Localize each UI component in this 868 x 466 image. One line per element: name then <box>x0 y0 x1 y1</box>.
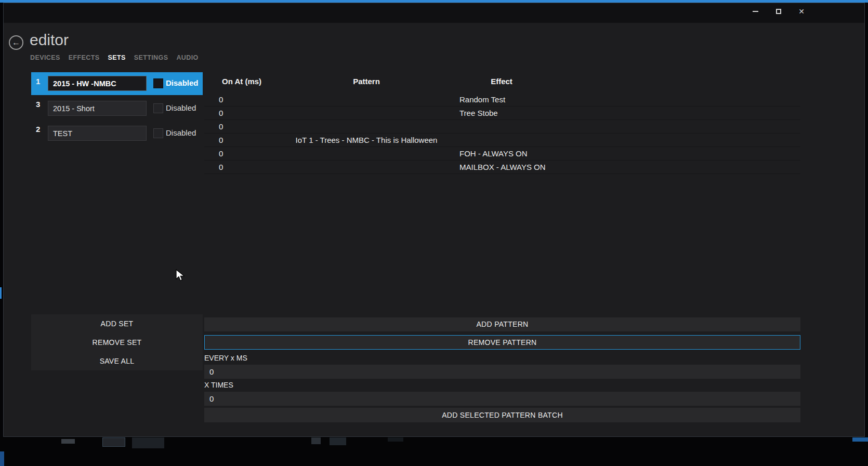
disabled-checkbox[interactable] <box>153 103 163 113</box>
desktop-strip <box>0 437 868 466</box>
mouse-cursor <box>175 269 187 282</box>
tab-settings[interactable]: SETTINGS <box>134 54 168 61</box>
set-row-selected[interactable]: 1 Disabled <box>31 72 203 95</box>
disabled-label: Disabled <box>166 78 199 87</box>
save-all-button[interactable]: SAVE ALL <box>31 352 203 370</box>
cell-on-at: 0 <box>219 161 223 174</box>
set-actions-panel: ADD SET REMOVE SET SAVE ALL <box>31 314 203 370</box>
every-x-ms-input[interactable] <box>204 365 800 379</box>
x-times-input[interactable] <box>204 392 800 406</box>
column-header-pattern: Pattern <box>288 77 444 86</box>
cell-on-at: 0 <box>219 106 223 120</box>
screen: ✕ ← editor DEVICES EFFECTS SETS SETTINGS… <box>0 0 868 466</box>
every-x-ms-field <box>204 365 800 379</box>
cell-on-at: 0 <box>219 147 223 161</box>
desktop-artifact <box>330 437 346 445</box>
desktop-artifact <box>0 451 4 466</box>
tab-devices[interactable]: DEVICES <box>30 54 60 61</box>
add-set-button[interactable]: ADD SET <box>31 314 203 333</box>
desktop-artifact <box>61 439 75 444</box>
cell-pattern: IoT 1 - Trees - NMBC - This is Halloween <box>288 134 444 147</box>
table-row[interactable]: 0 FOH - ALWAYS ON <box>204 147 800 161</box>
column-header-effect: Effect <box>447 77 556 86</box>
x-times-field <box>204 392 800 406</box>
set-order: 1 <box>36 77 40 86</box>
close-icon: ✕ <box>798 8 805 15</box>
tab-sets[interactable]: SETS <box>108 54 125 61</box>
pattern-table: 0 Random Test 0 Tree Stobe 0 0 IoT 1 - T… <box>204 93 800 174</box>
maximize-icon <box>776 9 781 14</box>
set-row[interactable]: 2 Disabled <box>31 124 203 143</box>
cell-on-at: 0 <box>219 93 223 106</box>
nav-tabs: DEVICES EFFECTS SETS SETTINGS AUDIO <box>30 54 199 61</box>
tab-effects[interactable]: EFFECTS <box>69 54 100 61</box>
back-arrow-icon: ← <box>12 38 20 47</box>
disabled-label: Disabled <box>166 128 196 137</box>
set-row[interactable]: 3 Disabled <box>31 99 203 118</box>
table-row[interactable]: 0 MAILBOX - ALWAYS ON <box>204 161 800 174</box>
set-name-input[interactable] <box>48 126 147 141</box>
minimize-button[interactable] <box>747 5 763 18</box>
desktop-artifact <box>102 437 125 447</box>
table-row[interactable]: 0 <box>204 120 800 134</box>
table-row[interactable]: 0 Random Test <box>204 93 800 106</box>
every-x-ms-label: EVERY x MS <box>204 354 800 362</box>
cell-effect: MAILBOX - ALWAYS ON <box>459 161 546 174</box>
page-title: editor <box>30 31 69 49</box>
cell-effect: Tree Stobe <box>459 106 498 120</box>
remove-set-button[interactable]: REMOVE SET <box>31 333 203 352</box>
desktop-artifact <box>132 437 164 448</box>
edge-accent-sliver <box>0 287 2 299</box>
maximize-button[interactable] <box>771 5 786 18</box>
add-selected-pattern-batch-button[interactable]: ADD SELECTED PATTERN BATCH <box>204 408 800 422</box>
table-row[interactable]: 0 Tree Stobe <box>204 106 800 120</box>
disabled-checkbox[interactable] <box>153 78 163 88</box>
add-pattern-button[interactable]: ADD PATTERN <box>204 317 800 331</box>
set-name-input[interactable] <box>48 76 147 91</box>
close-button[interactable]: ✕ <box>794 5 809 18</box>
tab-audio[interactable]: AUDIO <box>176 54 198 61</box>
remove-pattern-button[interactable]: REMOVE PATTERN <box>204 335 800 350</box>
desktop-artifact <box>852 437 868 442</box>
back-button[interactable]: ← <box>9 35 23 50</box>
titlebar[interactable] <box>4 3 864 23</box>
table-row[interactable]: 0 IoT 1 - Trees - NMBC - This is Hallowe… <box>204 134 800 147</box>
set-order: 2 <box>36 125 40 134</box>
desktop-artifact <box>311 437 321 444</box>
minimize-icon <box>753 11 758 12</box>
disabled-label: Disabled <box>166 103 196 112</box>
x-times-label: X TIMES <box>204 381 800 389</box>
cell-on-at: 0 <box>219 120 223 134</box>
column-header-on-at: On At (ms) <box>222 77 261 86</box>
set-order: 3 <box>36 100 40 109</box>
cell-on-at: 0 <box>219 134 223 147</box>
set-name-input[interactable] <box>48 101 147 116</box>
disabled-checkbox[interactable] <box>153 128 163 138</box>
desktop-artifact <box>388 437 403 442</box>
cell-effect: FOH - ALWAYS ON <box>459 147 528 161</box>
cell-effect: Random Test <box>459 93 505 106</box>
